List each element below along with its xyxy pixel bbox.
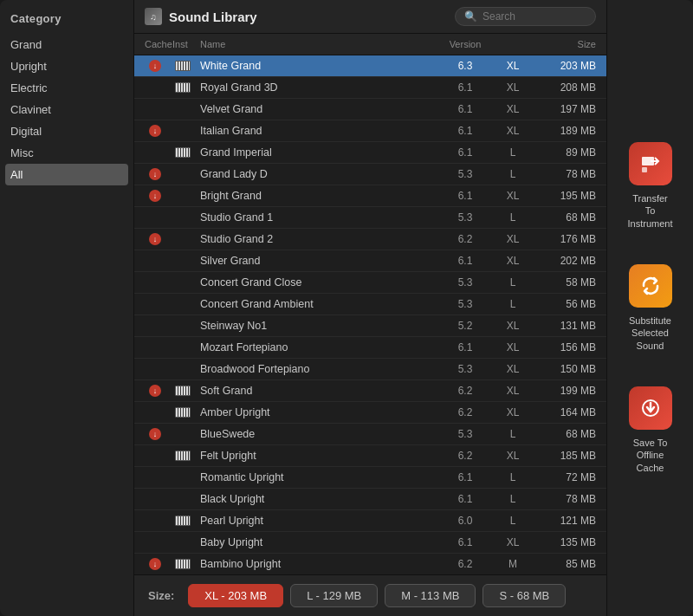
search-input[interactable] [483,10,586,23]
cache-cell [141,58,169,74]
size-tag-cell: L [495,513,530,528]
table-row[interactable]: Royal Grand 3D6.1XL208 MB [134,77,606,99]
cache-cell [141,151,169,154]
table-row[interactable]: Studio Grand 26.2XL176 MB [134,229,606,250]
name-cell: Bright Grand [197,188,435,204]
size-cell: 208 MB [530,80,599,95]
size-cell: 195 MB [530,188,599,204]
bottom-bar: Size: XL - 203 MBL - 129 MBM - 113 MBS -… [134,574,606,616]
page-title: Sound Library [169,10,257,24]
version-cell: 6.1 [435,470,495,485]
name-cell: Grand Imperial [197,145,435,160]
cache-icon [149,125,161,137]
size-tag-cell: XL [495,340,530,355]
sidebar-header: Category [0,9,133,34]
table-row[interactable]: Grand Lady D5.3L78 MB [134,164,606,185]
piano-icon [175,386,191,396]
table-row[interactable]: Soft Grand6.2XL199 MB [134,380,606,402]
name-cell: Concert Grand Close [197,275,435,290]
size-tag-cell: L [495,296,530,312]
col-size-tag [495,37,530,51]
version-cell: 6.2 [435,556,495,572]
size-tag-cell: XL [495,58,530,74]
search-box[interactable]: 🔍 [455,7,596,26]
version-cell: 5.3 [435,210,495,225]
table-row[interactable]: Amber Upright6.2XL164 MB [134,402,606,424]
cache-icon [149,60,161,72]
size-tag-cell: L [495,491,530,507]
table-row[interactable]: Steinway No15.2XL131 MB [134,315,606,337]
table-row[interactable]: Broadwood Fortepiano5.3XL150 MB [134,359,606,380]
sidebar-item-all[interactable]: All [5,164,128,185]
size-tag-cell: L [495,210,530,225]
size-btn-2[interactable]: M - 113 MB [385,584,476,607]
cache-cell [141,216,169,219]
sidebar-item-digital[interactable]: Digital [0,120,133,142]
table-row[interactable]: Concert Grand Ambient5.3L56 MB [134,294,606,315]
action-btn-save[interactable]: Save To Offline Cache [614,378,686,483]
sidebar-item-clavinet[interactable]: Clavinet [0,99,133,120]
version-cell: 6.1 [435,491,495,507]
piano-icon [175,407,191,418]
inst-cell [169,237,197,241]
table-row[interactable]: Black Upright6.1L78 MB [134,489,606,510]
size-btn-1[interactable]: L - 129 MB [290,584,378,607]
table-row[interactable]: Baby Upright6.1XL135 MB [134,532,606,554]
action-btn-substitute[interactable]: Substitute Selected Sound [614,256,686,360]
table-row[interactable]: Silver Grand6.1XL202 MB [134,250,606,272]
sound-library-icon: ♫ [145,8,162,25]
cache-cell [141,302,169,306]
sidebar-item-upright[interactable]: Upright [0,55,133,77]
table-row[interactable]: Pearl Upright6.0L121 MB [134,510,606,532]
cache-cell [141,281,169,284]
inst-cell [169,367,197,371]
transfer-icon [629,142,672,185]
version-cell: 5.3 [435,275,495,290]
version-cell: 6.1 [435,80,495,95]
sidebar-item-grand[interactable]: Grand [0,34,133,55]
version-cell: 5.3 [435,426,495,442]
sidebar-item-electric[interactable]: Electric [0,77,133,99]
table-row[interactable]: Felt Upright6.2XL185 MB [134,445,606,467]
action-btn-transfer[interactable]: Transfer To Instrument [614,133,686,238]
table-row[interactable]: Bright Grand6.1XL195 MB [134,185,606,207]
content-area: ♫ Sound Library 🔍 Cache Inst Name Versio… [134,0,606,616]
piano-icon [175,82,191,93]
size-cell: 203 MB [530,58,599,74]
name-cell: Baby Upright [197,535,435,550]
name-cell: BlueSwede [197,426,435,442]
inst-cell [169,541,197,544]
size-label: Size: [148,589,174,602]
table-row[interactable]: Mozart Fortepiano6.1XL156 MB [134,337,606,359]
table-row[interactable]: Studio Grand 15.3L68 MB [134,207,606,229]
sidebar-item-misc[interactable]: Misc [0,142,133,164]
piano-icon [175,515,191,526]
size-btn-0[interactable]: XL - 203 MB [188,584,283,607]
table-row[interactable]: Concert Grand Close5.3L58 MB [134,272,606,294]
size-tag-cell: XL [495,535,530,550]
inst-cell [169,146,197,159]
size-cell: 156 MB [530,340,599,355]
table-row[interactable]: Romantic Upright6.1L72 MB [134,467,606,489]
size-tag-cell: XL [495,383,530,399]
size-cell: 189 MB [530,123,599,139]
inst-cell [169,302,197,306]
size-tag-cell: L [495,275,530,290]
size-cell: 56 MB [530,296,599,312]
cache-icon [149,233,161,245]
table-row[interactable]: White Grand6.3XL203 MB [134,55,606,77]
table-row[interactable]: Bambino Upright6.2M85 MB [134,554,606,574]
size-btn-3[interactable]: S - 68 MB [483,584,566,607]
table-row[interactable]: Italian Grand6.1XL189 MB [134,120,606,142]
cache-icon [149,558,161,570]
size-cell: 202 MB [530,253,599,269]
table-row[interactable]: BlueSwede5.3L68 MB [134,424,606,445]
table-row[interactable]: Grand Imperial6.1L89 MB [134,142,606,164]
table-row[interactable]: Velvet Grand6.1XL197 MB [134,99,606,120]
name-cell: Broadwood Fortepiano [197,361,435,377]
size-cell: 72 MB [530,470,599,485]
inst-cell [169,449,197,463]
size-cell: 135 MB [530,535,599,550]
size-cell: 68 MB [530,210,599,225]
size-cell: 78 MB [530,166,599,182]
